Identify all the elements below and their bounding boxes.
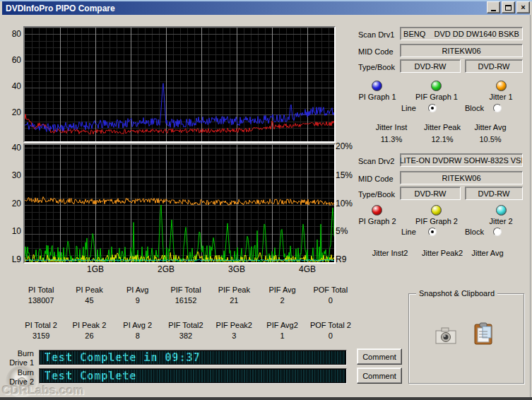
stat-label: PI Total <box>17 286 65 294</box>
minimize-icon <box>491 10 496 11</box>
pif-graph-1-label: PIF Graph 1 <box>408 93 465 101</box>
axis-label: 15% <box>336 170 360 180</box>
axis-label: 20 <box>1 199 21 208</box>
scan-drv1-field: BENQ DVD DD DW1640 BSKB <box>400 27 523 40</box>
stat-label: PIF Total <box>162 286 210 294</box>
stat-label: PIF Avg2 <box>258 321 306 329</box>
maximize-icon <box>505 5 512 11</box>
type-book-1-label: Type/Book <box>358 63 395 71</box>
stat-value: 9 <box>114 296 162 305</box>
line-1-label: Line <box>401 104 416 112</box>
pif-graph-2-led <box>431 205 442 216</box>
stat-value: 26 <box>65 331 113 340</box>
block-1-label: Block <box>465 104 484 112</box>
line-1-radio[interactable] <box>428 104 437 112</box>
scan-drv1-label: Scan Drv1 <box>358 30 394 39</box>
snapshot-clipboard-group: Snapshot & Clipboard <box>408 293 524 384</box>
block-1-radio[interactable] <box>493 104 502 112</box>
stat-value: 16152 <box>162 296 210 305</box>
book-1-field: DVD-RW <box>465 59 523 73</box>
x-tick: 2GB <box>148 264 184 274</box>
block-2-label: Block <box>465 228 484 236</box>
jitter-inst-1-value: 11.3% <box>364 135 419 143</box>
stat-value: 3 <box>210 331 258 340</box>
comment-button-2[interactable]: Comment <box>357 367 402 384</box>
stat-value: 1 <box>258 331 306 340</box>
stat-label: PI Peak <box>65 286 113 294</box>
window-right-border <box>530 15 531 397</box>
jitter-avg-2-header: Jitter Avg <box>461 249 514 257</box>
stat-label: POF Total 2 <box>307 321 355 329</box>
close-icon: × <box>521 4 525 11</box>
axis-corner-label: L9 <box>1 254 21 264</box>
camera-button[interactable] <box>435 327 456 345</box>
jitter-2-label: Jitter 2 <box>479 217 523 225</box>
maximize-button[interactable] <box>502 1 515 13</box>
jitter-2-led <box>496 205 507 216</box>
stat-value: 0 <box>307 296 355 305</box>
jitter-1-label: Jitter 1 <box>479 93 523 101</box>
jitter-peak-1-value: 12.1% <box>414 135 471 143</box>
axis-label: 5% <box>336 226 360 236</box>
close-button[interactable]: × <box>516 1 530 13</box>
stat-label: PI Avg 2 <box>114 321 162 329</box>
titlebar: DVDInfoPro PIPO Compare <box>2 1 530 15</box>
mid-code-1-field: RITEKW06 <box>400 44 523 57</box>
pif-graph-1-led <box>431 81 442 91</box>
stats-row-1: PI Total138007 PI Peak45 PI Avg9 PIF Tot… <box>17 286 355 305</box>
book-2-field: DVD-RW <box>465 187 523 200</box>
pif-jitter-chart <box>23 143 336 264</box>
window-title: DVDInfoPro PIPO Compare <box>6 4 115 13</box>
stats-row-2: PI Total 23159 PI Peak 226 PI Avg 28 PIF… <box>17 321 355 340</box>
line-2-label: Line <box>401 228 416 236</box>
pi-graph-2-label: PI Graph 2 <box>350 217 405 225</box>
mid-code-2-label: MID Code <box>358 175 394 183</box>
minimize-button[interactable] <box>487 1 500 13</box>
axis-label: 20 <box>1 107 21 117</box>
axis-label: 80 <box>1 29 21 39</box>
pif-graph-2-label: PIF Graph 2 <box>408 217 465 225</box>
clipboard-button[interactable] <box>474 322 492 345</box>
stat-value: 21 <box>210 296 258 305</box>
app-window: DVDInfoPro PIPO Compare × 80 60 40 20 40… <box>0 0 532 400</box>
axis-label: 10 <box>1 226 21 236</box>
jitter-peak-1-header: Jitter Peak <box>414 123 471 131</box>
stat-label: POF Total <box>307 286 355 294</box>
stat-label: PIF Peak2 <box>210 321 258 329</box>
axis-label: 60 <box>1 55 21 65</box>
axis-label: 40 <box>1 143 21 153</box>
stat-label: PI Total 2 <box>17 321 65 329</box>
pi-graph-2-led <box>372 205 382 216</box>
comment-button-1[interactable]: Comment <box>357 348 402 365</box>
axis-corner-label: R9 <box>336 254 360 264</box>
pi-graph-1-led <box>372 81 382 91</box>
stat-value: 8 <box>114 331 162 340</box>
stat-label: PIF Peak <box>210 286 258 294</box>
lcd-display-1: Test Complete in 09:37 <box>39 350 347 365</box>
lcd-display-2: Test Complete <box>39 368 347 384</box>
axis-label: 30 <box>1 170 21 180</box>
stat-label: PI Peak 2 <box>65 321 113 329</box>
x-tick: 1GB <box>78 264 113 274</box>
axis-label: 10% <box>336 199 360 208</box>
x-tick: 3GB <box>219 264 254 274</box>
pi-errors-chart <box>23 26 336 143</box>
watermark: CDRLabs.com <box>2 384 84 398</box>
pi-graph-1-label: PI Graph 1 <box>350 93 405 101</box>
stat-value: 138007 <box>17 296 65 305</box>
mid-code-2-field: RITEKW06 <box>400 171 523 184</box>
snapshot-clipboard-title: Snapshot & Clipboard <box>416 289 497 298</box>
scan-drv2-field: LITE-ON DVDRW SOHW-832S VSI <box>400 153 523 167</box>
burn-drive-1-label: Burn Drive 1 <box>1 349 34 367</box>
line-2-radio[interactable] <box>428 228 437 236</box>
scan-drv2-label: Scan Drv2 <box>358 157 394 165</box>
stat-label: PIF Avg <box>258 286 306 294</box>
axis-label: 40 <box>1 81 21 91</box>
block-2-radio[interactable] <box>493 228 502 236</box>
stat-value: 0 <box>307 331 355 340</box>
jitter-avg-1-value: 10.5% <box>463 135 517 143</box>
jitter-1-led <box>496 81 507 91</box>
jitter-inst-1-header: Jitter Inst <box>364 123 419 131</box>
mid-code-1-label: MID Code <box>358 47 394 56</box>
stat-value: 45 <box>65 296 113 305</box>
